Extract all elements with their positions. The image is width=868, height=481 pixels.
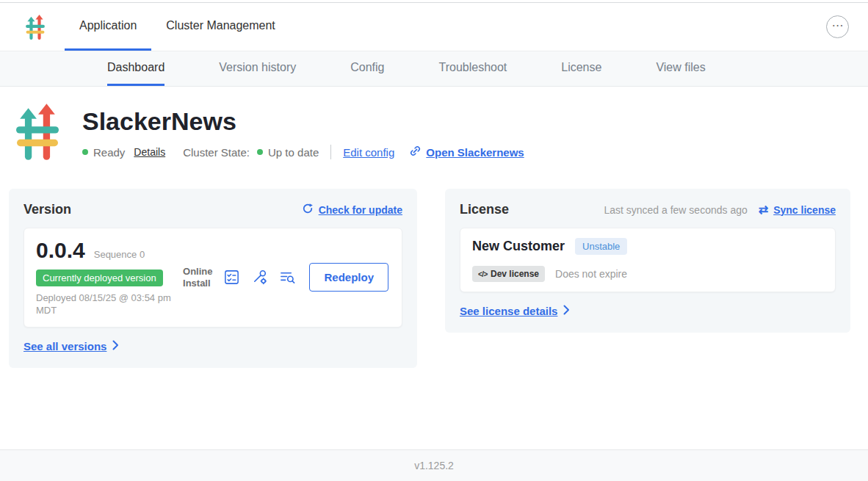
- app-status-text: Ready: [93, 146, 125, 159]
- preflight-checks-icon[interactable]: [223, 269, 240, 286]
- license-type-label: Dev license: [491, 269, 539, 279]
- app-logo-large: [16, 104, 59, 162]
- license-expiry: Does not expire: [555, 268, 627, 280]
- customer-name: New Customer: [472, 239, 565, 254]
- app-status-dot: [82, 149, 88, 155]
- version-number: 0.0.4: [36, 238, 85, 263]
- tab-cluster-management[interactable]: Cluster Management: [151, 3, 290, 51]
- edit-config-link[interactable]: Edit config: [343, 146, 394, 159]
- sub-nav: Dashboard Version history Config Trouble…: [0, 51, 868, 87]
- divider: [330, 145, 331, 159]
- sync-icon: ⇄: [759, 203, 768, 217]
- tab-application[interactable]: Application: [65, 3, 151, 51]
- app-status-row: Ready Details Cluster State: Up to date …: [82, 145, 524, 159]
- overflow-menu-button[interactable]: ⋯: [826, 15, 849, 38]
- open-app-link[interactable]: Open Slackernews: [409, 145, 524, 159]
- deploy-logs-icon[interactable]: [279, 269, 296, 286]
- chevron-right-icon: [563, 305, 570, 317]
- cluster-state-value: Up to date: [268, 146, 319, 159]
- app-logo-icon[interactable]: [26, 15, 45, 40]
- sync-license-label: Sync license: [773, 204, 836, 216]
- chevron-right-icon: [112, 340, 119, 352]
- license-card: License Last synced a few seconds ago ⇄ …: [445, 189, 850, 333]
- console-version: v1.125.2: [414, 460, 454, 471]
- see-license-details-label: See license details: [460, 305, 557, 317]
- see-all-versions-link[interactable]: See all versions: [23, 340, 119, 352]
- app-header: SlackerNews Ready Details Cluster State:…: [16, 104, 868, 162]
- license-card-title: License: [460, 202, 509, 217]
- subnav-troubleshoot[interactable]: Troubleshoot: [438, 51, 507, 86]
- cluster-state-dot: [257, 149, 263, 155]
- current-version-panel: 0.0.4 Sequence 0 Currently deployed vers…: [23, 228, 402, 328]
- license-type-badge: </> Dev license: [472, 266, 545, 282]
- admin-console-page: Application Cluster Management ⋯ Dashboa…: [0, 0, 868, 481]
- dashboard-cards: Version Check for update: [9, 189, 850, 368]
- ellipsis-icon: ⋯: [832, 20, 844, 32]
- subnav-config[interactable]: Config: [350, 51, 384, 86]
- license-panel: New Customer Unstable </> Dev license Do…: [460, 228, 836, 292]
- cluster-state-label: Cluster State:: [183, 146, 250, 159]
- code-icon: </>: [478, 270, 488, 278]
- main-content: SlackerNews Ready Details Cluster State:…: [0, 87, 868, 449]
- version-info: 0.0.4 Sequence 0 Currently deployed vers…: [36, 238, 183, 317]
- version-card: Version Check for update: [9, 189, 417, 368]
- last-synced-text: Last synced a few seconds ago: [604, 204, 747, 216]
- footer: v1.125.2: [0, 449, 868, 481]
- open-app-label: Open Slackernews: [426, 146, 524, 159]
- subnav-dashboard[interactable]: Dashboard: [107, 51, 164, 86]
- subnav-version-history[interactable]: Version history: [219, 51, 296, 86]
- config-tools-icon[interactable]: [251, 269, 268, 286]
- refresh-icon: [302, 203, 314, 217]
- install-type-label: Online Install: [183, 266, 212, 290]
- subnav-license[interactable]: License: [561, 51, 601, 86]
- external-link-icon: [409, 145, 422, 159]
- subnav-view-files[interactable]: View files: [656, 51, 705, 86]
- deployed-timestamp: Deployed 08/15/25 @ 03:54 pm MDT: [36, 292, 183, 317]
- details-link[interactable]: Details: [134, 146, 165, 158]
- check-for-update-link[interactable]: Check for update: [302, 203, 402, 217]
- redeploy-button[interactable]: Redeploy: [309, 263, 388, 292]
- version-card-title: Version: [23, 202, 71, 217]
- check-for-update-label: Check for update: [319, 204, 402, 216]
- version-actions: Online Install: [183, 263, 390, 292]
- sequence-label: Sequence 0: [94, 249, 145, 260]
- see-license-details-link[interactable]: See license details: [460, 305, 570, 317]
- sync-license-link[interactable]: ⇄ Sync license: [759, 203, 836, 217]
- top-nav: Application Cluster Management ⋯: [0, 2, 868, 51]
- deployed-badge: Currently deployed version: [36, 270, 163, 286]
- top-tab-bar: Application Cluster Management: [65, 3, 290, 51]
- see-all-versions-label: See all versions: [23, 340, 106, 352]
- channel-badge: Unstable: [575, 238, 627, 255]
- page-title: SlackerNews: [82, 107, 524, 136]
